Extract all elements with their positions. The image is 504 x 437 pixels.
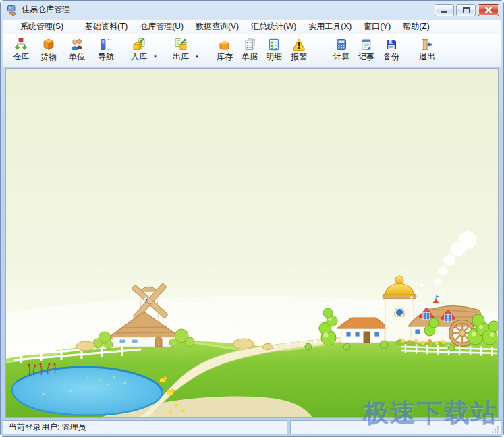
window-title: 佳易仓库管理	[22, 4, 70, 16]
goods-box-icon	[42, 38, 55, 51]
toolbar-button-label: 仓库	[13, 52, 29, 61]
warehouse-icon	[14, 38, 28, 51]
status-panel-user: 当前登录用户: 管理员	[3, 420, 287, 434]
close-icon	[478, 5, 499, 16]
receipts-icon	[243, 38, 256, 51]
toolbar: 仓库 货物 单位	[3, 34, 501, 68]
toolbar-button-warehouse[interactable]: 仓库	[9, 36, 33, 66]
toolbar-button-alert[interactable]: 报警	[287, 36, 311, 66]
toolbar-button-calculator[interactable]: 计算	[329, 36, 354, 66]
menu-item-warehouse[interactable]: 仓库管理(U)	[134, 19, 190, 34]
alert-triangle-icon	[292, 38, 306, 51]
resize-grip[interactable]	[491, 425, 499, 434]
toolbar-button-notes[interactable]: 记事	[354, 36, 379, 66]
menu-item-summary-stats[interactable]: 汇总统计(W)	[245, 19, 302, 34]
toolbar-button-label: 单位	[69, 52, 85, 61]
toolbar-button-label: 计算	[333, 52, 349, 61]
toolbar-button-inventory[interactable]: 库存	[213, 36, 237, 66]
navigation-panel-icon	[99, 38, 113, 51]
app-icon	[7, 5, 18, 16]
toolbar-button-label: 记事	[358, 52, 374, 61]
menu-item-basic-data[interactable]: 基础资料(T)	[79, 19, 134, 34]
haystack	[76, 341, 95, 351]
pond	[12, 367, 162, 415]
exit-door-icon	[420, 38, 434, 51]
toolbar-button-label: 备份	[383, 52, 399, 61]
calculator-icon	[335, 38, 348, 51]
maximize-button[interactable]	[456, 4, 476, 16]
people-icon	[70, 38, 84, 51]
toolbar-button-receipts[interactable]: 单据	[237, 36, 262, 66]
toolbar-button-label: 出库	[173, 52, 189, 61]
inventory-icon	[218, 38, 231, 51]
toolbar-button-stock-out[interactable]: 出库	[169, 36, 193, 66]
title-bar[interactable]: 佳易仓库管理	[1, 1, 503, 19]
toolbar-button-backup[interactable]: 备份	[379, 36, 403, 66]
toolbar-button-goods[interactable]: 货物	[36, 36, 61, 66]
stock-in-icon	[132, 38, 146, 51]
toolbar-button-label: 明细	[266, 52, 282, 61]
toolbar-button-details[interactable]: 明细	[262, 36, 286, 66]
haystack	[233, 339, 254, 349]
toolbar-button-exit[interactable]: 退出	[415, 36, 439, 66]
app-window: 佳易仓库管理 系统管理(S) 基础资料(T) 仓库管理(U) 数据查询(V) 汇…	[0, 0, 504, 437]
stock-out-dropdown-arrow-icon[interactable]: ▼	[193, 55, 201, 59]
status-panel-right	[290, 420, 501, 434]
minimize-icon	[441, 11, 447, 13]
toolbar-button-label: 导航	[98, 52, 114, 61]
backup-disk-icon	[385, 38, 398, 51]
toolbar-button-navigation[interactable]: 导航	[94, 36, 118, 66]
minimize-button[interactable]	[435, 4, 454, 16]
toolbar-button-label: 报警	[291, 52, 307, 61]
menu-item-window[interactable]: 窗口(Y)	[358, 19, 397, 34]
maximize-icon	[463, 7, 470, 13]
notepad-icon	[360, 38, 373, 51]
close-button[interactable]	[478, 4, 499, 16]
menu-item-data-query[interactable]: 数据查询(V)	[190, 19, 245, 34]
logged-in-user-text: 当前登录用户: 管理员	[9, 421, 86, 433]
landscape-illustration	[6, 69, 499, 417]
client-area	[5, 68, 499, 418]
toolbar-button-label: 入库	[131, 52, 147, 61]
detail-list-icon	[267, 38, 281, 51]
stock-in-dropdown-arrow-icon[interactable]: ▼	[151, 55, 159, 59]
toolbar-button-label: 单据	[242, 52, 258, 61]
window-controls	[435, 4, 499, 16]
status-bar: 当前登录用户: 管理员	[3, 420, 501, 434]
toolbar-button-stock-in[interactable]: 入库	[127, 36, 151, 66]
menu-item-system[interactable]: 系统管理(S)	[14, 19, 69, 34]
toolbar-button-label: 货物	[40, 52, 57, 61]
menu-bar: 系统管理(S) 基础资料(T) 仓库管理(U) 数据查询(V) 汇总统计(W) …	[3, 19, 501, 34]
toolbar-button-label: 库存	[217, 52, 233, 61]
toolbar-button-label: 退出	[419, 52, 435, 61]
menu-item-utilities[interactable]: 实用工具(X)	[302, 19, 358, 34]
toolbar-button-units[interactable]: 单位	[65, 36, 89, 66]
stock-out-icon	[174, 38, 188, 51]
menu-item-help[interactable]: 帮助(Z)	[397, 19, 435, 34]
